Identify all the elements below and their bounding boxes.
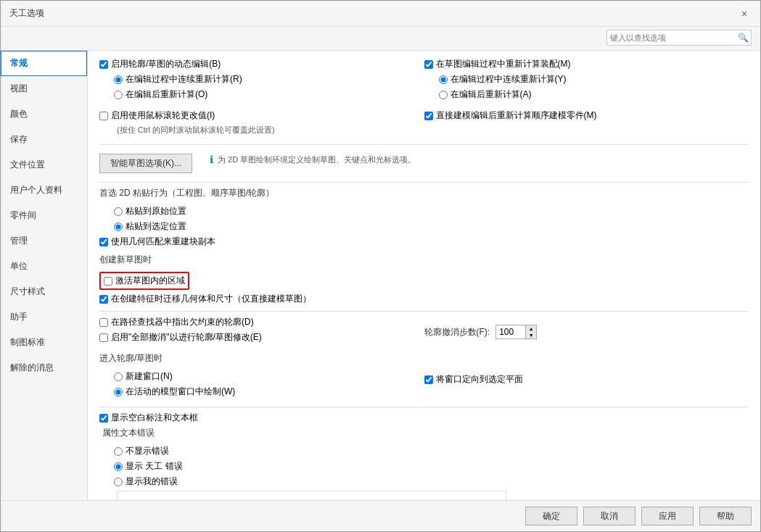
divider3 xyxy=(99,311,749,312)
sketch-count-input[interactable]: 100 xyxy=(496,325,525,338)
cancel-button[interactable]: 取消 xyxy=(583,507,635,525)
enable-undo-all-label[interactable]: 启用"全部撤消"以进行轮廓/草图修改(E) xyxy=(99,331,262,344)
spinbox-col: 轮廓撤消步数(F): 100 ▲ ▼ xyxy=(424,316,749,346)
move-geometry-checkbox[interactable] xyxy=(99,295,108,304)
constraint-left: 在路径查找器中指出欠约束的轮廓(D) 启用"全部撤消"以进行轮廓/草图修改(E) xyxy=(99,316,424,346)
direct-rebuild-label[interactable]: 直接建模编辑后重新计算顺序建模零件(M) xyxy=(424,109,597,122)
sidebar-item-user-profile[interactable]: 用户个人资料 xyxy=(1,178,87,203)
dialog-title: 天工选项 xyxy=(9,7,44,20)
recalc-during-edit-radio[interactable] xyxy=(114,75,123,84)
sketch-dynamic-edit-label[interactable]: 启用轮廓/草图的动态编辑(B) xyxy=(99,58,221,70)
show-my-error-row: 显示我的错误 xyxy=(114,475,749,488)
spinbox-up-button[interactable]: ▲ xyxy=(526,325,536,332)
recalc-during-edit-right-radio[interactable] xyxy=(439,75,448,84)
paste-original-radio[interactable] xyxy=(114,207,123,216)
recalc-during-edit-right-label[interactable]: 在编辑过程中连续重新计算(Y) xyxy=(439,73,567,86)
mouse-wheel-label[interactable]: 启用使用鼠标滚轮更改值(I) xyxy=(99,109,215,122)
enter-sketch-title-row: 进入轮廓/草图时 xyxy=(99,352,749,367)
sidebar-item-messages[interactable]: 解除的消息 xyxy=(1,355,87,381)
sidebar-item-manage[interactable]: 管理 xyxy=(1,228,87,254)
create-new-sketch-title-row: 创建新草图时 xyxy=(99,254,749,269)
recalc-assembly-checkbox[interactable] xyxy=(424,60,433,69)
sidebar-item-units[interactable]: 单位 xyxy=(1,254,87,279)
no-show-error-row: 不显示错误 xyxy=(114,445,749,457)
find-over-constrained-row: 在路径查找器中指出欠约束的轮廓(D) xyxy=(99,316,424,328)
paste-original-label[interactable]: 粘贴到原始位置 xyxy=(114,205,186,217)
sidebar-item-general[interactable]: 常规 xyxy=(1,51,87,76)
find-over-constrained-checkbox[interactable] xyxy=(99,318,108,327)
options-dialog: 天工选项 × 🔍 常规 视图 颜色 保存 文件位置 用户个人资料 零件间 管理 … xyxy=(0,0,761,532)
ok-button[interactable]: 确定 xyxy=(525,507,577,525)
recalc-assembly-row: 在草图编辑过程中重新计算装配(M) xyxy=(424,58,749,70)
use-geometry-match-label[interactable]: 使用几何匹配来重建块副本 xyxy=(99,236,215,248)
direct-rebuild-checkbox[interactable] xyxy=(424,112,433,120)
create-new-sketch-title: 创建新草图时 xyxy=(99,254,152,266)
no-show-error-label[interactable]: 不显示错误 xyxy=(114,445,169,457)
orient-window-row: 将窗口定向到选定平面 xyxy=(424,373,749,386)
spinbox-down-button[interactable]: ▼ xyxy=(526,332,536,338)
show-my-error-radio[interactable] xyxy=(114,478,123,486)
recalc-during-edit-label[interactable]: 在编辑过程中连续重新计算(R) xyxy=(114,73,242,86)
show-tianwork-error-radio[interactable] xyxy=(114,462,123,471)
show-empty-annotation-row: 显示空白标注和文本框 xyxy=(99,412,749,424)
show-empty-annotation-label[interactable]: 显示空白标注和文本框 xyxy=(99,412,198,424)
show-empty-annotation-checkbox[interactable] xyxy=(99,414,108,423)
show-tianwork-error-label[interactable]: 显示 天工 错误 xyxy=(114,460,183,473)
mouse-wheel-row: 启用使用鼠标滚轮更改值(I) xyxy=(99,109,424,122)
sketch-dynamic-edit-row: 启用轮廓/草图的动态编辑(B) xyxy=(99,58,424,70)
sketch-count-spinbox[interactable]: 100 ▲ ▼ xyxy=(495,325,537,339)
search-bar: 🔍 xyxy=(1,27,760,50)
paste-selected-radio[interactable] xyxy=(114,223,123,231)
close-button[interactable]: × xyxy=(737,7,752,21)
paste-behavior-title-row: 首选 2D 粘贴行为（工程图、顺序草图/轮廓） xyxy=(99,187,749,202)
enable-undo-all-checkbox[interactable] xyxy=(99,333,108,342)
mouse-wheel-section: 启用使用鼠标滚轮更改值(I) (按住 Ctrl 的同时滚动鼠标滚轮可覆盖此设置)… xyxy=(99,109,749,138)
recalc-after-edit-right-radio[interactable] xyxy=(439,91,448,99)
recalc-during-edit-row: 在编辑过程中连续重新计算(R) xyxy=(114,73,424,86)
activate-regions-label[interactable]: 激活草图内的区域 xyxy=(104,275,185,287)
help-button[interactable]: 帮助 xyxy=(699,507,752,525)
direct-rebuild-col: 直接建模编辑后重新计算顺序建模零件(M) xyxy=(424,109,749,138)
sidebar-item-color[interactable]: 颜色 xyxy=(1,101,87,127)
activate-regions-checkbox[interactable] xyxy=(104,277,112,286)
use-geometry-match-row: 使用几何匹配来重建块副本 xyxy=(99,236,749,248)
sidebar-item-file-location[interactable]: 文件位置 xyxy=(1,152,87,178)
show-my-error-label[interactable]: 显示我的错误 xyxy=(114,475,178,488)
sketch-dynamic-edit-checkbox[interactable] xyxy=(99,60,108,69)
sidebar-item-dim-style[interactable]: 尺寸样式 xyxy=(1,279,87,304)
recalc-assembly-label[interactable]: 在草图编辑过程中重新计算装配(M) xyxy=(424,58,571,70)
orient-window-checkbox[interactable] xyxy=(424,375,433,384)
no-show-error-radio[interactable] xyxy=(114,447,123,456)
paste-selected-label[interactable]: 粘贴到选定位置 xyxy=(114,220,186,233)
main-area: 常规 视图 颜色 保存 文件位置 用户个人资料 零件间 管理 单位 尺寸样式 助… xyxy=(1,50,760,500)
draw-in-active-row: 在活动的模型窗口中绘制(W) xyxy=(114,386,424,398)
move-geometry-label[interactable]: 在创建特征时迁移几何体和尺寸（仅直接建模草图） xyxy=(99,293,311,305)
mouse-wheel-tip-row: (按住 Ctrl 的同时滚动鼠标滚轮可覆盖此设置) xyxy=(114,125,424,136)
sidebar-item-save[interactable]: 保存 xyxy=(1,127,87,152)
draw-in-active-label[interactable]: 在活动的模型窗口中绘制(W) xyxy=(114,386,235,398)
constraint-section: 在路径查找器中指出欠约束的轮廓(D) 启用"全部撤消"以进行轮廓/草图修改(E)… xyxy=(99,316,749,346)
apply-button[interactable]: 应用 xyxy=(641,507,694,525)
divider1 xyxy=(99,144,749,145)
find-over-constrained-label[interactable]: 在路径查找器中指出欠约束的轮廓(D) xyxy=(99,316,254,328)
move-geometry-row: 在创建特征时迁移几何体和尺寸（仅直接建模草图） xyxy=(99,293,749,305)
search-input[interactable] xyxy=(606,30,752,46)
smart-sketch-row: 智能草图选项(K)... ℹ 为 2D 草图绘制环境定义绘制草图、关键点和光标选… xyxy=(99,149,749,178)
draw-in-active-radio[interactable] xyxy=(114,388,123,396)
sidebar-item-drafting-std[interactable]: 制图标准 xyxy=(1,330,87,355)
sidebar-item-parts[interactable]: 零件间 xyxy=(1,203,87,228)
orient-window-label[interactable]: 将窗口定向到选定平面 xyxy=(424,373,523,386)
title-bar: 天工选项 × xyxy=(1,1,760,27)
smart-sketch-button[interactable]: 智能草图选项(K)... xyxy=(99,154,192,173)
use-geometry-match-checkbox[interactable] xyxy=(99,238,108,246)
divider4 xyxy=(99,407,749,407)
recalc-after-edit-label[interactable]: 在编辑后重新计算(O) xyxy=(114,88,207,101)
annotation-section: 显示空白标注和文本框 属性文本错误 不显示错误 显示 天工 错误 xyxy=(99,412,749,500)
recalc-after-edit-right-label[interactable]: 在编辑后重新计算(A) xyxy=(439,88,532,101)
sidebar-item-assistant[interactable]: 助手 xyxy=(1,304,87,330)
mouse-wheel-checkbox[interactable] xyxy=(99,112,108,120)
new-window-radio[interactable] xyxy=(114,373,123,381)
recalc-after-edit-radio[interactable] xyxy=(114,91,123,99)
new-window-label[interactable]: 新建窗口(N) xyxy=(114,370,173,383)
sidebar-item-view[interactable]: 视图 xyxy=(1,76,87,101)
